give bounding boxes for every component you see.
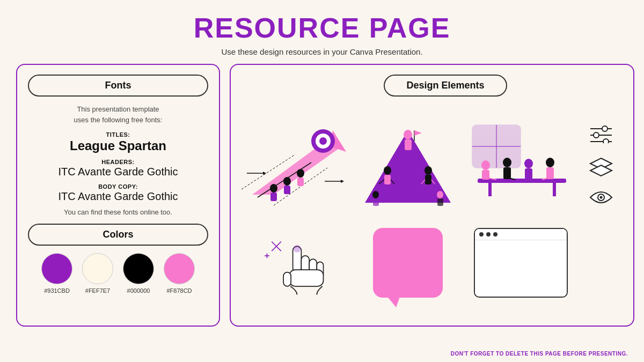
- layers-icon: [588, 156, 614, 177]
- svg-rect-13: [297, 178, 304, 186]
- svg-rect-20: [405, 139, 412, 150]
- svg-point-12: [297, 169, 304, 178]
- browser-dot-2: [486, 232, 491, 237]
- illustration-people-hill: [354, 113, 462, 217]
- svg-point-62: [600, 196, 603, 199]
- illustration-speech-bubble: [354, 223, 462, 303]
- svg-point-33: [437, 191, 443, 198]
- svg-point-58: [603, 139, 609, 143]
- svg-rect-11: [284, 186, 290, 194]
- svg-point-43: [503, 158, 511, 167]
- design-elements-header-box: Design Elements: [384, 75, 507, 97]
- fonts-footer: You can find these fonts online too.: [28, 208, 208, 216]
- color-circle-purple: [41, 253, 72, 284]
- right-panel: Design Elements: [230, 64, 634, 327]
- fonts-header-label: Fonts: [105, 80, 131, 91]
- svg-marker-17: [341, 180, 344, 183]
- swatch-black: #000000: [123, 253, 154, 294]
- svg-point-47: [546, 158, 554, 167]
- svg-rect-40: [553, 183, 556, 196]
- bottom-icons-area: [580, 223, 623, 303]
- color-hex-purple: #931CBD: [41, 287, 72, 294]
- svg-point-54: [602, 126, 608, 131]
- headers-font-row: HEADERS: ITC Avante Garde Gothic: [28, 159, 208, 178]
- color-circle-black: [123, 253, 154, 284]
- titles-font-row: TITLES: League Spartan: [28, 131, 208, 153]
- svg-rect-9: [270, 193, 277, 201]
- colors-header-label: Colors: [103, 229, 133, 240]
- svg-rect-38: [478, 179, 566, 183]
- color-circle-cream: [82, 253, 113, 284]
- color-hex-pink: #F878CD: [164, 287, 195, 294]
- color-hex-cream: #FEF7E7: [82, 287, 113, 294]
- swatch-purple: #931CBD: [41, 253, 72, 294]
- sliders-icon: [588, 124, 614, 143]
- svg-point-73: [294, 245, 301, 253]
- color-circle-pink: [164, 253, 195, 284]
- svg-point-27: [425, 166, 432, 175]
- svg-point-23: [384, 166, 391, 175]
- color-hex-black: #000000: [123, 287, 154, 294]
- body-font-row: BODY COPY: ITC Avante Garde Gothic: [28, 183, 208, 203]
- page-title: RESOURCE PAGE: [0, 12, 644, 44]
- svg-point-8: [270, 184, 277, 193]
- svg-rect-44: [503, 167, 511, 179]
- color-swatches: #931CBD #FEF7E7 #000000 #F878CD: [28, 253, 208, 294]
- illustration-browser-mockup: [467, 223, 574, 303]
- browser-bar: [475, 229, 567, 240]
- main-container: Fonts This presentation templateuses the…: [16, 64, 628, 327]
- svg-rect-24: [384, 175, 391, 184]
- browser-dot-1: [479, 232, 484, 237]
- footer-note: DON'T FORGET TO DELETE THIS PAGE BEFORE …: [451, 351, 628, 357]
- svg-rect-32: [373, 198, 379, 206]
- svg-point-19: [404, 130, 412, 139]
- svg-rect-39: [488, 183, 492, 196]
- svg-rect-48: [546, 167, 554, 179]
- swatch-pink: #F878CD: [164, 253, 195, 294]
- headers-label: HEADERS:: [28, 159, 208, 165]
- titles-font-name: League Spartan: [28, 138, 208, 153]
- svg-point-31: [372, 191, 379, 198]
- illustration-hand-cursor: [241, 223, 349, 303]
- svg-rect-72: [283, 272, 291, 286]
- left-panel: Fonts This presentation templateuses the…: [16, 64, 220, 327]
- page-header: RESOURCE PAGE Use these design resources…: [0, 0, 644, 56]
- fonts-header-box: Fonts: [28, 75, 208, 97]
- body-label: BODY COPY:: [28, 183, 208, 190]
- svg-point-45: [524, 159, 533, 168]
- browser-content: [475, 240, 567, 294]
- svg-point-7: [319, 137, 327, 145]
- titles-label: TITLES:: [28, 131, 208, 138]
- svg-rect-28: [425, 175, 431, 184]
- eye-icon: [588, 189, 614, 205]
- design-elements-label: Design Elements: [406, 80, 484, 91]
- design-icons-column: [580, 113, 623, 217]
- svg-point-56: [594, 132, 599, 138]
- fonts-description: This presentation templateuses the follo…: [28, 104, 208, 125]
- svg-point-41: [481, 160, 490, 170]
- body-font-name: ITC Avante Garde Gothic: [28, 190, 208, 203]
- page-subtitle: Use these design resources in your Canva…: [0, 47, 644, 56]
- illustration-people-table: [467, 113, 574, 217]
- svg-marker-22: [414, 130, 422, 136]
- svg-rect-71: [290, 270, 324, 286]
- swatch-cream: #FEF7E7: [82, 253, 113, 294]
- svg-point-10: [283, 177, 291, 186]
- browser-dot-3: [493, 232, 497, 237]
- svg-marker-60: [590, 165, 612, 176]
- svg-rect-34: [437, 198, 443, 206]
- headers-font-name: ITC Avante Garde Gothic: [28, 166, 208, 178]
- colors-header-box: Colors: [28, 224, 208, 246]
- illustration-arrow-people: [241, 113, 349, 217]
